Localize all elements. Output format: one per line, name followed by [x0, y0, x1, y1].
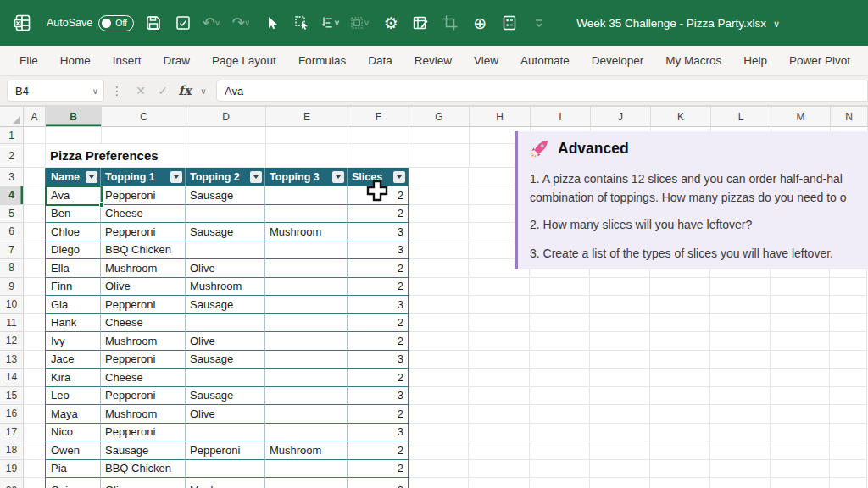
cell-H18[interactable]	[469, 441, 530, 460]
row-header-13[interactable]: 13	[0, 351, 24, 369]
filter-button-slices[interactable]	[393, 171, 405, 183]
column-header-B[interactable]: B	[46, 107, 102, 127]
cell-I14[interactable]	[530, 369, 590, 387]
cell-N16[interactable]	[830, 405, 867, 424]
cell-C11[interactable]: Cheese	[101, 314, 186, 333]
cell-L12[interactable]	[710, 332, 771, 351]
cell-I19[interactable]	[530, 460, 590, 479]
filter-button-topping-3[interactable]	[332, 171, 344, 183]
row-header-4[interactable]: 4	[0, 186, 24, 205]
group-icon[interactable]: ˅	[350, 12, 372, 34]
cell-L20[interactable]	[710, 478, 771, 488]
cell-D12[interactable]: Olive	[186, 332, 265, 351]
cell-K20[interactable]	[650, 478, 710, 488]
cell-A16[interactable]	[24, 405, 46, 424]
cell-B14[interactable]: Kira	[45, 369, 101, 387]
crop-icon[interactable]	[439, 12, 461, 34]
cell-E9[interactable]	[265, 278, 348, 297]
row-header-15[interactable]: 15	[0, 387, 24, 406]
cell-G8[interactable]	[409, 259, 469, 278]
row-header-7[interactable]: 7	[0, 241, 24, 260]
menu-tab-power-pivot[interactable]: Power Pivot	[778, 54, 861, 67]
cell-K17[interactable]	[650, 424, 710, 442]
cell-D14[interactable]	[186, 369, 265, 387]
cell-C13[interactable]: Pepperoni	[101, 351, 186, 369]
cell-E1[interactable]	[266, 127, 348, 144]
cell-F15[interactable]: 3	[348, 387, 409, 406]
cell-I13[interactable]	[530, 351, 590, 369]
cell-F19[interactable]: 2	[348, 460, 409, 479]
column-header-G[interactable]: G	[409, 107, 470, 127]
cell-F2[interactable]	[348, 144, 409, 168]
column-header-E[interactable]: E	[266, 107, 348, 127]
menu-tab-review[interactable]: Review	[403, 54, 463, 67]
cell-A9[interactable]	[24, 278, 46, 297]
cell-C20[interactable]: Olive	[101, 478, 186, 488]
cell-I9[interactable]	[530, 278, 590, 297]
cell-B13[interactable]: Jace	[45, 351, 101, 369]
cell-J14[interactable]	[590, 369, 650, 387]
cell-J9[interactable]	[590, 278, 650, 297]
column-header-K[interactable]: K	[651, 107, 711, 127]
cell-I20[interactable]	[530, 478, 590, 488]
cell-K16[interactable]	[650, 405, 710, 424]
cell-B1[interactable]	[46, 127, 102, 144]
cell-I12[interactable]	[530, 332, 590, 351]
cell-G2[interactable]	[409, 144, 470, 168]
cell-H11[interactable]	[469, 314, 530, 333]
cell-G5[interactable]	[409, 205, 469, 224]
cell-D15[interactable]: Sausage	[186, 387, 265, 406]
cell-C7[interactable]: BBQ Chicken	[101, 241, 186, 260]
menu-tab-my-macros[interactable]: My Macros	[654, 54, 732, 67]
cell-D11[interactable]	[186, 314, 265, 333]
cell-A4[interactable]	[24, 186, 46, 205]
cell-C3[interactable]: Topping 1	[101, 168, 186, 186]
cell-J16[interactable]	[590, 405, 650, 424]
cell-A14[interactable]	[24, 369, 46, 387]
cell-B11[interactable]: Hank	[45, 314, 101, 333]
cell-L19[interactable]	[710, 460, 771, 479]
menu-tab-insert[interactable]: Insert	[102, 54, 153, 67]
cell-B19[interactable]: Pia	[45, 460, 101, 479]
cell-K9[interactable]	[650, 278, 710, 297]
cell-G9[interactable]	[409, 278, 469, 297]
cell-N12[interactable]	[830, 332, 867, 351]
cell-E5[interactable]	[265, 205, 348, 224]
row-header-8[interactable]: 8	[0, 259, 24, 278]
column-header-N[interactable]: N	[831, 107, 868, 127]
cell-A10[interactable]	[24, 296, 46, 314]
cell-C19[interactable]: BBQ Chicken	[101, 460, 186, 479]
row-header-17[interactable]: 17	[0, 424, 24, 442]
undo-icon[interactable]: ↶˅	[202, 12, 224, 34]
menu-tab-data[interactable]: Data	[357, 54, 403, 67]
row-header-3[interactable]: 3	[0, 168, 24, 186]
cell-B7[interactable]: Diego	[45, 241, 101, 260]
cell-B16[interactable]: Maya	[45, 405, 101, 424]
cell-J10[interactable]	[590, 296, 650, 314]
cell-B2[interactable]: Pizza Preferences	[46, 144, 102, 168]
cell-K14[interactable]	[650, 369, 710, 387]
cell-M11[interactable]	[771, 314, 830, 333]
cell-L10[interactable]	[710, 296, 771, 314]
cell-I15[interactable]	[530, 387, 590, 406]
cell-J17[interactable]	[590, 424, 650, 442]
outline-settings-icon[interactable]: ˅	[320, 12, 342, 34]
cell-N18[interactable]	[830, 441, 867, 460]
row-header-14[interactable]: 14	[0, 369, 24, 387]
cell-D10[interactable]: Sausage	[186, 296, 265, 314]
cell-B20[interactable]: Quinn	[45, 478, 101, 488]
cell-L17[interactable]	[710, 424, 771, 442]
cell-C5[interactable]: Cheese	[101, 205, 186, 224]
cell-B15[interactable]: Leo	[45, 387, 101, 406]
cell-C6[interactable]: Pepperoni	[101, 223, 186, 241]
cell-N19[interactable]	[830, 460, 867, 479]
filter-button-topping-1[interactable]	[170, 171, 182, 183]
cell-E3[interactable]: Topping 3	[265, 168, 348, 186]
cell-G17[interactable]	[409, 424, 469, 442]
column-header-I[interactable]: I	[531, 107, 591, 127]
cell-M12[interactable]	[771, 332, 830, 351]
cell-K12[interactable]	[650, 332, 710, 351]
cell-C17[interactable]: Pepperoni	[101, 424, 186, 442]
cell-C10[interactable]: Pepperoni	[101, 296, 186, 314]
cell-G19[interactable]	[409, 460, 469, 479]
